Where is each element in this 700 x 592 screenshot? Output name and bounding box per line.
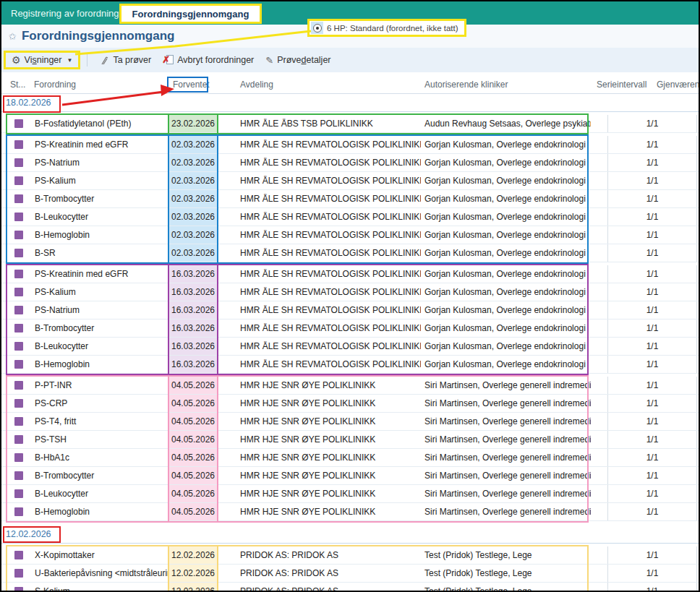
clin-cell: Siri Martinsen, Overlege generell indrem… bbox=[421, 489, 591, 499]
table-row[interactable]: PS-Kalium02.03.2026HMR ÅLE SH REVMATOLOG… bbox=[1, 172, 699, 190]
col-header-forventet[interactable]: Forventet bbox=[173, 80, 210, 90]
order-group-blue: PS-Kreatinin med eGFR02.03.2026HMR ÅLE S… bbox=[1, 134, 699, 264]
date-cell: 02.03.2026 bbox=[169, 208, 217, 226]
table-row[interactable]: B-HbA1c04.05.2026HMR HJE SNR ØYE POLIKLI… bbox=[1, 449, 699, 467]
status-cell bbox=[7, 194, 27, 203]
table-body: 18.02.2026B-Fosfatidyletanol (PEth)23.02… bbox=[1, 94, 699, 592]
table-row[interactable]: B-SR02.03.2026HMR ÅLE SH REVMATOLOGISK P… bbox=[1, 244, 699, 262]
ta-prover-button[interactable]: Ta prøver bbox=[94, 53, 157, 67]
dept-cell: HMR HJE SNR ØYE POLIKLINIKK bbox=[217, 416, 421, 426]
gjen-cell bbox=[696, 190, 699, 207]
chevron-down-icon: ▼ bbox=[67, 57, 72, 64]
col-header-gjenvaerende[interactable]: Gjenværende bbox=[657, 80, 700, 90]
status-cell bbox=[7, 176, 27, 185]
name-cell: PS-CRP bbox=[27, 398, 169, 408]
gjen-cell bbox=[696, 226, 699, 244]
col-header-autoriserende-kliniker[interactable]: Autoriserende kliniker bbox=[424, 80, 508, 90]
gjen-cell bbox=[696, 413, 699, 430]
serie-cell: 1/1 bbox=[607, 319, 696, 337]
dept-cell: HMR HJE SNR ØYE POLIKLINIKK bbox=[217, 489, 421, 499]
table-row[interactable]: PS-T4, fritt04.05.2026HMR HJE SNR ØYE PO… bbox=[1, 413, 699, 431]
date-cell: 04.05.2026 bbox=[169, 449, 217, 466]
status-icon bbox=[14, 176, 23, 185]
table-row[interactable]: B-Hemoglobin02.03.2026HMR ÅLE SH REVMATO… bbox=[1, 226, 699, 244]
status-cell bbox=[7, 119, 27, 128]
serie-cell: 1/1 bbox=[607, 301, 696, 319]
gjen-cell bbox=[696, 338, 699, 355]
table-row[interactable]: B-Trombocytter04.05.2026HMR HJE SNR ØYE … bbox=[1, 467, 699, 485]
gjen-cell bbox=[696, 172, 699, 189]
avbryt-forordninger-button[interactable]: ✗ Avbryt forordninger bbox=[157, 53, 260, 67]
pencil-icon: ✎ bbox=[265, 55, 273, 66]
table-row[interactable]: PS-CRP04.05.2026HMR HJE SNR ØYE POLIKLIN… bbox=[1, 395, 699, 413]
dept-cell: HMR ÅLE SH REVMATOLOGISK POLIKLINIKK bbox=[217, 287, 421, 297]
table-row[interactable]: B-Hemoglobin04.05.2026HMR HJE SNR ØYE PO… bbox=[1, 503, 699, 521]
status-icon bbox=[14, 399, 23, 408]
name-cell: B-Hemoglobin bbox=[27, 359, 169, 369]
date-cell: 04.05.2026 bbox=[169, 431, 217, 448]
serie-cell: 1/1 bbox=[607, 449, 696, 466]
table-row[interactable]: B-Trombocytter16.03.2026HMR ÅLE SH REVMA… bbox=[1, 319, 699, 338]
table-row[interactable]: X-Kopimottaker12.02.2026PRIDOK AS: PRIDO… bbox=[1, 546, 699, 565]
clin-cell: Siri Martinsen, Overlege generell indrem… bbox=[421, 452, 591, 463]
dept-cell: HMR ÅLE ÅBS TSB POLIKLINIKK bbox=[217, 119, 421, 129]
visninger-dropdown-button[interactable]: ⚙ Visninger ▼ bbox=[4, 51, 80, 69]
clin-cell: Siri Martinsen, Overlege generell indrem… bbox=[421, 471, 591, 481]
provedetaljer-button[interactable]: ✎ Prøvedetaljer bbox=[260, 53, 336, 68]
table-row[interactable]: U-Bakteriepåvisning <midtstråleurin>12.0… bbox=[1, 565, 699, 583]
order-group-pink: P-PT-INR04.05.2026HMR HJE SNR ØYE POLIKL… bbox=[1, 375, 699, 523]
dept-cell: HMR ÅLE SH REVMATOLOGISK POLIKLINIKK bbox=[217, 212, 421, 222]
table-row[interactable]: B-Hemoglobin16.03.2026HMR ÅLE SH REVMATO… bbox=[1, 356, 699, 374]
status-icon bbox=[14, 306, 23, 314]
table-row[interactable]: PS-Kreatinin med eGFR16.03.2026HMR ÅLE S… bbox=[1, 265, 699, 283]
gjen-cell bbox=[696, 431, 699, 448]
col-header-serieintervall[interactable]: Serieintervall bbox=[597, 80, 646, 90]
gjen-cell bbox=[696, 283, 699, 301]
table-row[interactable]: B-Fosfatidyletanol (PEth)23.02.2026HMR Å… bbox=[1, 115, 699, 133]
dept-cell: HMR HJE SNR ØYE POLIKLINIKK bbox=[217, 380, 421, 390]
dept-cell: HMR ÅLE SH REVMATOLOGISK POLIKLINIKK bbox=[217, 140, 421, 150]
table-row[interactable]: B-Leukocytter02.03.2026HMR ÅLE SH REVMAT… bbox=[1, 208, 699, 226]
col-header-forordning[interactable]: Forordning bbox=[34, 80, 76, 90]
hp-standard-radio-option[interactable]: 6 HP: Standard (forordnet, ikke tatt) bbox=[307, 19, 466, 37]
table-row[interactable]: PS-TSH04.05.2026HMR HJE SNR ØYE POLIKLIN… bbox=[1, 431, 699, 449]
name-cell: PS-Kreatinin med eGFR bbox=[27, 269, 169, 279]
clin-cell: Gorjan Kulosman, Overlege endokrinologi bbox=[421, 230, 591, 240]
name-cell: S-Kalium bbox=[27, 586, 169, 592]
table-row[interactable]: PS-Natrium02.03.2026HMR ÅLE SH REVMATOLO… bbox=[1, 154, 699, 172]
gjen-cell bbox=[696, 485, 699, 502]
gjen-cell bbox=[696, 301, 699, 319]
tab-registrering-av-forordning[interactable]: Registrering av forordning bbox=[1, 8, 119, 19]
ta-prover-label: Ta prøver bbox=[113, 55, 151, 65]
status-icon bbox=[14, 360, 23, 369]
favorite-star-icon[interactable]: ✩ bbox=[9, 31, 17, 42]
radio-selected-icon[interactable] bbox=[311, 22, 323, 34]
table-row[interactable]: B-Leukocytter16.03.2026HMR ÅLE SH REVMAT… bbox=[1, 338, 699, 356]
gjen-cell bbox=[696, 356, 699, 373]
name-cell: B-Trombocytter bbox=[27, 323, 169, 333]
table-row[interactable]: PS-Kreatinin med eGFR02.03.2026HMR ÅLE S… bbox=[1, 136, 699, 154]
clin-cell: Gorjan Kulosman, Overlege endokrinologi bbox=[421, 323, 591, 333]
clin-cell: Test (Pridok) Testlege, Lege bbox=[421, 568, 591, 578]
serie-cell: 1/1 bbox=[607, 503, 696, 520]
status-cell bbox=[7, 158, 27, 167]
table-row[interactable]: PS-Natrium16.03.2026HMR ÅLE SH REVMATOLO… bbox=[1, 301, 699, 319]
col-header-avdeling[interactable]: Avdeling bbox=[240, 80, 273, 90]
date-cell: 02.03.2026 bbox=[169, 172, 217, 189]
table-row[interactable]: PS-Kalium16.03.2026HMR ÅLE SH REVMATOLOG… bbox=[1, 283, 699, 301]
dept-cell: HMR HJE SNR ØYE POLIKLINIKK bbox=[217, 398, 421, 408]
table-row[interactable]: B-Leukocytter04.05.2026HMR HJE SNR ØYE P… bbox=[1, 485, 699, 503]
status-cell bbox=[7, 306, 27, 314]
name-cell: B-SR bbox=[27, 248, 169, 258]
col-header-status[interactable]: St... bbox=[10, 80, 25, 90]
tab-forordningsgjennomgang[interactable]: Forordningsgjennomgang bbox=[119, 4, 262, 24]
serie-cell: 1/1 bbox=[607, 208, 696, 226]
name-cell: U-Bakteriepåvisning <midtstråleurin> bbox=[27, 568, 169, 578]
table-row[interactable]: B-Trombocytter02.03.2026HMR ÅLE SH REVMA… bbox=[1, 190, 699, 208]
dept-cell: HMR ÅLE SH REVMATOLOGISK POLIKLINIKK bbox=[217, 341, 421, 351]
table-row[interactable]: S-Kalium12.02.2026PRIDOK AS: PRIDOK ASTe… bbox=[1, 583, 699, 592]
serie-cell: 1/1 bbox=[607, 226, 696, 244]
gjen-cell bbox=[696, 265, 699, 283]
name-cell: B-Hemoglobin bbox=[27, 230, 169, 240]
table-row[interactable]: P-PT-INR04.05.2026HMR HJE SNR ØYE POLIKL… bbox=[1, 377, 699, 395]
